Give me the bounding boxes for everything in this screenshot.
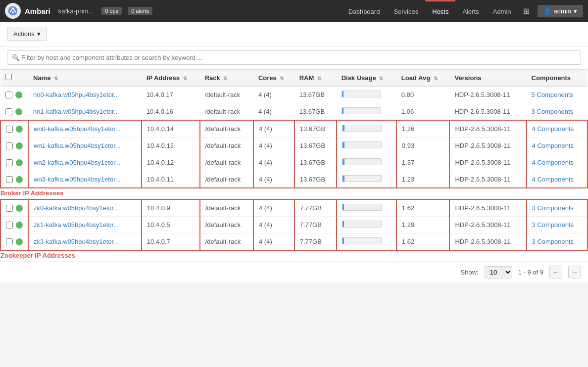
user-caret: ▾ (574, 7, 577, 15)
row-name: zk3-kafka.w05hpu4bsy1etor... (28, 233, 142, 251)
col-ram[interactable]: RAM ⇅ (294, 70, 337, 87)
row-checkbox-cell (0, 103, 28, 121)
table-row: wn2-kafka.w05hpu4bsy1etor...10.4.0.12/de… (0, 154, 588, 171)
row-cores: 4 (4) (253, 154, 294, 171)
row-load: 0.80 (396, 86, 450, 103)
col-disk[interactable]: Disk Usage ⇅ (337, 70, 396, 87)
ops-badge[interactable]: 0 ops (101, 7, 122, 15)
nav-services[interactable]: Services (387, 0, 425, 22)
row-version: HDP-2.6.5.3008-11 (449, 103, 526, 121)
row-rack: /default-rack (200, 171, 253, 188)
row-load: 1.62 (396, 199, 450, 217)
col-checkbox (0, 70, 28, 87)
col-cores[interactable]: Cores ⇅ (253, 70, 294, 87)
search-bar: 🔍 (0, 46, 588, 69)
row-rack: /default-rack (200, 138, 253, 154)
host-link[interactable]: hn0-kafka.w05hpu4bsy1etor... (33, 91, 119, 98)
row-checkbox[interactable] (6, 142, 13, 149)
components-link[interactable]: 3 Components (532, 238, 574, 245)
user-menu[interactable]: 👤 admin ▾ (538, 5, 583, 17)
disk-bar (342, 158, 382, 165)
user-label: admin (554, 7, 571, 15)
host-link[interactable]: wn1-kafka.w05hpu4bsy1etor... (34, 142, 121, 149)
row-cores: 4 (4) (253, 86, 294, 103)
actions-button[interactable]: Actions ▾ (7, 27, 47, 41)
row-cores: 4 (4) (253, 171, 294, 188)
row-load: 0.93 (396, 138, 450, 154)
disk-bar (342, 107, 381, 114)
components-link[interactable]: 4 Components (532, 159, 574, 166)
row-checkbox[interactable] (5, 92, 12, 98)
components-link[interactable]: 4 Components (532, 176, 574, 183)
row-version: HDP-2.6.5.3008-11 (449, 138, 526, 154)
row-ip: 10.4.0.17 (142, 86, 200, 103)
host-link[interactable]: zk0-kafka.w05hpu4bsy1etor... (34, 204, 119, 212)
row-ram: 7.77GB (294, 233, 337, 251)
row-disk (337, 154, 396, 171)
host-link[interactable]: zk3-kafka.w05hpu4bsy1etor... (34, 238, 119, 245)
host-link[interactable]: wn0-kafka.w05hpu4bsy1etor... (34, 125, 121, 133)
nav-admin[interactable]: Admin (486, 0, 518, 22)
row-checkbox-cell (0, 217, 28, 233)
components-link[interactable]: 4 Components (532, 142, 574, 149)
nav-hosts[interactable]: Hosts (425, 0, 455, 22)
table-row: wn3-kafka.w05hpu4bsy1etor...10.4.0.11/de… (0, 171, 588, 188)
row-checkbox[interactable] (6, 159, 13, 166)
grid-icon[interactable]: ⊞ (518, 6, 535, 16)
nav-dashboard[interactable]: Dashboard (342, 0, 387, 22)
components-link[interactable]: 4 Components (532, 125, 574, 133)
row-disk (337, 86, 396, 103)
status-icon (16, 126, 23, 133)
row-components: 3 Components (527, 217, 588, 233)
svg-point-1 (12, 11, 14, 13)
col-rack[interactable]: Rack ⇅ (200, 70, 253, 87)
disk-bar-fill (342, 91, 343, 97)
row-ram: 7.77GB (294, 199, 337, 217)
per-page-select[interactable]: 102550100 (485, 266, 512, 278)
disk-bar-fill (343, 204, 344, 210)
row-checkbox[interactable] (6, 222, 13, 229)
search-input[interactable] (7, 50, 581, 65)
components-link[interactable]: 5 Components (532, 91, 574, 98)
row-checkbox[interactable] (6, 205, 13, 212)
row-checkbox[interactable] (5, 108, 12, 115)
status-icon (16, 176, 23, 183)
components-link[interactable]: 3 Components (532, 108, 574, 115)
app-logo[interactable]: Ambari kafka-prim... 0 ops 0 alerts (5, 3, 154, 19)
host-link[interactable]: zk1-kafka.w05hpu4bsy1etor... (34, 221, 119, 229)
components-link[interactable]: 3 Components (532, 204, 574, 212)
components-link[interactable]: 3 Components (532, 221, 574, 229)
row-ip: 10.4.0.11 (142, 171, 200, 188)
row-checkbox[interactable] (6, 238, 13, 245)
alerts-badge[interactable]: 0 alerts (128, 7, 152, 15)
table-row: zk3-kafka.w05hpu4bsy1etor...10.4.0.7/def… (0, 233, 588, 251)
row-version: HDP-2.6.5.3008-11 (449, 120, 526, 138)
host-link[interactable]: wn2-kafka.w05hpu4bsy1etor... (34, 159, 121, 166)
col-load[interactable]: Load Avg ⇅ (396, 70, 450, 87)
hosts-table-container: Name ⇅ IP Address ⇅ Rack ⇅ Cores ⇅ RAM ⇅… (0, 69, 588, 261)
row-name: wn0-kafka.w05hpu4bsy1etor... (28, 120, 142, 138)
table-header-row: Name ⇅ IP Address ⇅ Rack ⇅ Cores ⇅ RAM ⇅… (0, 70, 588, 87)
prev-page-button[interactable]: ← (549, 266, 562, 278)
row-disk (337, 120, 396, 138)
row-disk (337, 199, 396, 217)
table-footer: Show: 102550100 1 - 9 of 9 ← → (0, 261, 588, 282)
row-disk (337, 233, 396, 251)
row-components: 4 Components (527, 138, 588, 154)
host-link[interactable]: hn1-kafka.w05hpu4bsy1etor... (33, 108, 119, 115)
row-checkbox-cell (0, 86, 28, 103)
row-rack: /default-rack (200, 199, 253, 217)
nav-alerts[interactable]: Alerts (455, 0, 486, 22)
sort-load-icon: ⇅ (434, 76, 438, 81)
row-checkbox[interactable] (6, 126, 13, 133)
sort-ram-icon: ⇅ (317, 76, 321, 81)
row-disk (337, 171, 396, 188)
host-link[interactable]: wn3-kafka.w05hpu4bsy1etor... (34, 176, 121, 183)
col-name[interactable]: Name ⇅ (28, 70, 142, 87)
row-cores: 4 (4) (253, 120, 294, 138)
row-checkbox[interactable] (6, 176, 13, 183)
col-ip[interactable]: IP Address ⇅ (142, 70, 200, 87)
next-page-button[interactable]: → (568, 266, 581, 278)
select-all-checkbox[interactable] (5, 74, 12, 80)
row-ip: 10.4.0.12 (142, 154, 200, 171)
